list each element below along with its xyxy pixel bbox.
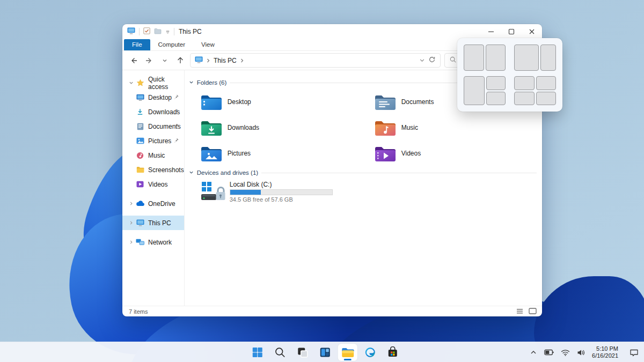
- downloads-folder-icon: [201, 119, 222, 136]
- sidebar-item-onedrive[interactable]: OneDrive: [122, 196, 184, 211]
- tab-file[interactable]: File: [124, 39, 150, 50]
- breadcrumb-this-pc[interactable]: This PC: [214, 57, 237, 64]
- recent-locations-chevron-icon[interactable]: [159, 55, 171, 67]
- chevron-down-icon[interactable]: [189, 169, 194, 176]
- chevron-right-icon[interactable]: [127, 201, 135, 206]
- snap-cell[interactable]: [486, 45, 506, 71]
- tab-computer[interactable]: Computer: [150, 39, 194, 50]
- sidebar-item-documents[interactable]: Documents: [122, 119, 184, 134]
- local-disk-bitlocker-icon: [201, 181, 225, 202]
- snap-cell[interactable]: [486, 76, 506, 90]
- sidebar-item-screenshots[interactable]: Screenshots: [122, 162, 184, 177]
- sidebar-item-videos[interactable]: Videos: [122, 177, 184, 191]
- maximize-button[interactable]: [501, 24, 522, 39]
- snap-cell[interactable]: [486, 92, 506, 106]
- sidebar-item-desktop[interactable]: Desktop: [122, 90, 184, 105]
- folder-tile-downloads[interactable]: Downloads: [189, 117, 363, 138]
- folder-label: Documents: [401, 98, 434, 106]
- tab-view[interactable]: View: [193, 39, 223, 50]
- snap-cell[interactable]: [514, 45, 539, 71]
- drive-info: Local Disk (C:) 34.5 GB free of 57.6 GB: [230, 181, 333, 203]
- star-icon: [135, 79, 145, 87]
- status-bar: 7 items: [122, 306, 542, 316]
- drive-tile-local-disk-c[interactable]: Local Disk (C:) 34.5 GB free of 57.6 GB: [189, 181, 537, 203]
- system-tray: 5:10 PM 6/16/2021: [530, 342, 639, 362]
- snap-cell[interactable]: [464, 45, 484, 71]
- folder-tile-videos[interactable]: Videos: [363, 143, 537, 164]
- pin-icon: [173, 137, 179, 145]
- file-explorer-button[interactable]: [338, 344, 357, 361]
- snap-layout-split-50-50: [464, 45, 506, 71]
- microsoft-store-button[interactable]: [383, 344, 402, 361]
- breadcrumb-chevron-icon[interactable]: [240, 56, 244, 65]
- this-pc-icon: [195, 56, 203, 65]
- minimize-button[interactable]: [481, 24, 501, 39]
- battery-icon[interactable]: [544, 349, 554, 356]
- folder-tile-pictures[interactable]: Pictures: [189, 143, 363, 164]
- widgets-icon: [319, 346, 331, 358]
- search-button[interactable]: [270, 344, 290, 361]
- refresh-icon[interactable]: [428, 56, 436, 65]
- back-button[interactable]: [128, 55, 140, 67]
- taskbar-clock[interactable]: 5:10 PM 6/16/2021: [592, 345, 618, 359]
- pin-icon: [173, 123, 179, 130]
- address-bar[interactable]: This PC: [190, 53, 441, 68]
- address-dropdown-chevron-icon[interactable]: [419, 56, 425, 65]
- snap-layout-quad-grid: [514, 76, 556, 105]
- task-view-button[interactable]: [293, 344, 312, 361]
- snap-cell[interactable]: [536, 76, 557, 90]
- folder-label: Desktop: [228, 98, 251, 106]
- details-view-icon[interactable]: [516, 307, 523, 316]
- sidebar-item-downloads[interactable]: Downloads: [122, 105, 184, 119]
- sidebar-item-label: Videos: [148, 181, 167, 188]
- edge-icon: [364, 346, 376, 358]
- sidebar-item-label: OneDrive: [148, 200, 175, 208]
- sidebar-item-label: Music: [148, 152, 165, 159]
- qat-customize-chevron-icon[interactable]: [165, 27, 170, 36]
- document-icon: [135, 123, 145, 130]
- hidden-icons-chevron-icon[interactable]: [530, 349, 537, 356]
- start-button[interactable]: [248, 344, 267, 361]
- widgets-button[interactable]: [316, 344, 335, 361]
- titlebar[interactable]: This PC: [122, 24, 542, 39]
- new-folder-icon[interactable]: [154, 27, 162, 36]
- search-icon: [449, 56, 457, 65]
- chevron-right-icon[interactable]: [127, 240, 135, 245]
- snap-cell[interactable]: [536, 92, 557, 106]
- snap-cell[interactable]: [514, 76, 535, 90]
- group-header-devices[interactable]: Devices and drives (1): [189, 169, 537, 176]
- windows-start-icon: [252, 346, 264, 358]
- snap-cell[interactable]: [514, 92, 535, 106]
- snap-cell[interactable]: [540, 45, 556, 71]
- sidebar-item-quick-access[interactable]: Quick access: [122, 76, 184, 90]
- sidebar-item-music[interactable]: Music: [122, 148, 184, 162]
- music-folder-icon: [375, 119, 396, 136]
- sidebar-item-this-pc[interactable]: This PC: [122, 216, 184, 230]
- sidebar-item-label: Screenshots: [148, 166, 184, 174]
- sidebar-item-label: Desktop: [148, 94, 172, 101]
- group-divider: [261, 173, 537, 173]
- up-button[interactable]: [174, 55, 186, 67]
- volume-icon[interactable]: [577, 349, 585, 356]
- file-explorer-icon: [341, 346, 354, 358]
- properties-icon[interactable]: [143, 27, 150, 36]
- drive-usage-bar: [230, 189, 333, 195]
- chevron-down-icon[interactable]: [189, 79, 194, 86]
- sidebar-item-network[interactable]: Network: [122, 235, 184, 249]
- videos-folder-icon: [375, 145, 396, 162]
- close-button[interactable]: [522, 24, 542, 39]
- edge-button[interactable]: [361, 344, 380, 361]
- forward-button[interactable]: [143, 55, 155, 67]
- breadcrumb-chevron-icon[interactable]: [206, 56, 210, 65]
- folder-tile-music[interactable]: Music: [363, 117, 537, 138]
- folder-tile-desktop[interactable]: Desktop: [189, 92, 363, 112]
- snap-cell[interactable]: [464, 76, 485, 105]
- desktop-icon: [135, 94, 145, 101]
- chevron-right-icon[interactable]: [127, 220, 135, 225]
- wifi-icon[interactable]: [561, 349, 570, 356]
- taskbar: 5:10 PM 6/16/2021: [0, 342, 644, 362]
- chevron-down-icon[interactable]: [127, 80, 135, 85]
- large-icons-view-icon[interactable]: [529, 307, 537, 316]
- sidebar-item-pictures[interactable]: Pictures: [122, 134, 184, 148]
- notification-center-icon[interactable]: [630, 349, 639, 357]
